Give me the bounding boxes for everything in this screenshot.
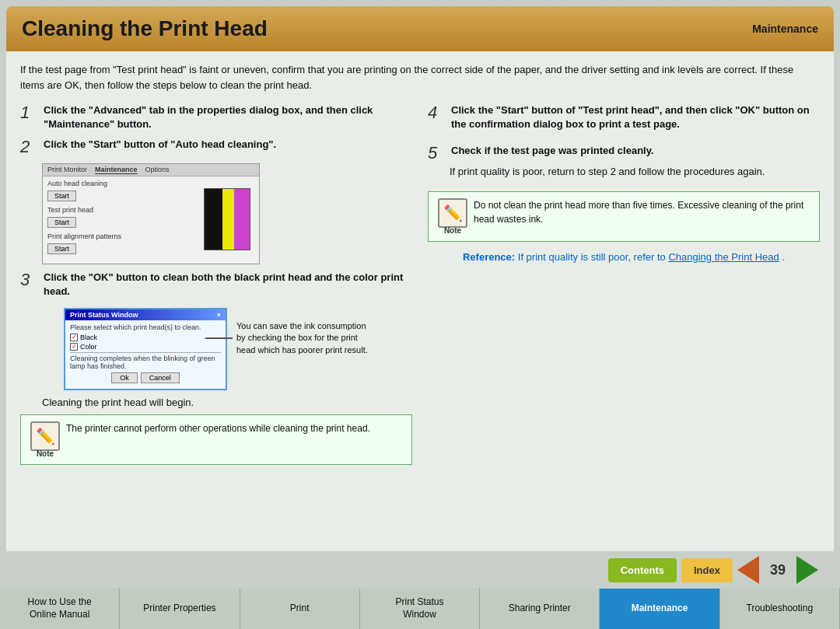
- cleaning-note-text: Cleaning the print head will begin.: [42, 397, 412, 408]
- ink-cartridge-panel: [200, 180, 254, 259]
- psw-ok-btn[interactable]: Ok: [111, 372, 138, 383]
- intro-text: If the test page from "Test print head" …: [20, 62, 820, 93]
- step-2: 2 Click the "Start" button of "Auto head…: [20, 138, 412, 156]
- print-align-start-btn[interactable]: Start: [47, 243, 76, 254]
- section-label: Maintenance: [752, 23, 818, 35]
- tab-sharing-printer[interactable]: Sharing Printer: [480, 589, 600, 629]
- auto-head-start-btn[interactable]: Start: [47, 190, 76, 201]
- main-content: If the test page from "Test print head" …: [6, 51, 834, 551]
- page-title: Cleaning the Print Head: [22, 16, 268, 41]
- tab-troubleshooting[interactable]: Troubleshooting: [720, 589, 840, 629]
- index-button[interactable]: Index: [681, 558, 733, 582]
- black-checkbox-box[interactable]: ✓: [70, 334, 78, 341]
- tab-how-to-use[interactable]: How to Use theOnline Manual: [0, 589, 120, 629]
- reference-block: Reference: If print quality is still poo…: [428, 251, 820, 263]
- step-5-text: Check if the test page was printed clean…: [451, 144, 654, 162]
- tab-maintenance: Maintenance: [95, 166, 138, 174]
- note-1-text: The printer cannot perform other operati…: [66, 421, 370, 435]
- note-2-text: Do not clean the print head more than fi…: [474, 198, 810, 226]
- tab-print-status-window[interactable]: Print StatusWindow: [360, 589, 480, 629]
- step-1-text: Click the "Advanced" tab in the properti…: [44, 103, 412, 131]
- tab-print-monitor: Print Monitor: [47, 166, 87, 174]
- tab-print[interactable]: Print: [240, 589, 360, 629]
- step-3-text: Click the "OK" button to clean both the …: [44, 271, 412, 299]
- reference-suffix: .: [782, 251, 785, 263]
- tab-printer-properties[interactable]: Printer Properties: [120, 589, 240, 629]
- step-5-header: 5 Check if the test page was printed cle…: [428, 144, 654, 162]
- step-5-subtext: If print quality is poor, return to step…: [450, 166, 765, 177]
- psw-instruction: Please select which print head(s) to cle…: [70, 323, 221, 331]
- auto-head-label: Auto head cleaning: [47, 180, 194, 187]
- note-2-label: Note: [438, 226, 467, 235]
- note-2-icon-wrapper: ✏️ Note: [438, 198, 467, 235]
- step-5-subtext-wrapper: If print quality is poor, return to step…: [450, 165, 765, 179]
- left-column: 1 Click the "Advanced" tab in the proper…: [20, 103, 412, 471]
- psw-black-checkbox[interactable]: ✓ Black: [70, 334, 221, 341]
- auto-head-cleaning-section: Auto head cleaning Start: [47, 180, 194, 201]
- step-4-text: Click the "Start" button of "Test print …: [451, 103, 820, 131]
- psw-side-note: You can save the ink consumption by chec…: [236, 320, 376, 356]
- step-5-number: 5: [428, 144, 445, 162]
- step-2-number: 2: [20, 138, 37, 156]
- step-5: 5 Check if the test page was printed cle…: [428, 144, 820, 178]
- test-print-start-btn[interactable]: Start: [47, 217, 76, 228]
- note-2-icon: ✏️: [438, 198, 467, 228]
- psw-arrow: [205, 337, 233, 339]
- test-print-label: Test print head: [47, 206, 194, 214]
- tab-options: Options: [145, 166, 170, 174]
- note-1-icon-wrapper: ✏️ Note: [30, 421, 60, 458]
- next-page-button[interactable]: [796, 556, 818, 584]
- reference-text: If print quality is still poor, refer to: [518, 251, 669, 263]
- page-number: 39: [764, 562, 792, 578]
- print-status-wrapper: Print Status Window × Please select whic…: [42, 305, 412, 393]
- reference-prefix: Reference:: [463, 251, 515, 263]
- step-2-text: Click the "Start" button of "Auto head c…: [44, 138, 276, 152]
- tab-maintenance[interactable]: Maintenance: [600, 589, 719, 629]
- psw-body: Please select which print head(s) to cle…: [65, 320, 226, 389]
- note-box-2: ✏️ Note Do not clean the print head more…: [428, 191, 820, 242]
- step-4: 4 Click the "Start" button of "Test prin…: [428, 103, 820, 131]
- psw-cancel-btn[interactable]: Cancel: [141, 372, 180, 383]
- bottom-controls: Contents Index 39: [6, 551, 834, 589]
- psw-title-bar: Print Status Window ×: [65, 309, 226, 320]
- ink-cartridge: [204, 188, 250, 250]
- psw-color-checkbox[interactable]: ✓ Color: [70, 343, 221, 351]
- color-checkbox-box[interactable]: ✓: [70, 343, 78, 351]
- print-align-label: Print alignment patterns: [47, 232, 194, 240]
- psw-close-btn[interactable]: ×: [217, 311, 221, 319]
- step-4-number: 4: [428, 103, 445, 122]
- screenshot-toolbar: Print Monitor Maintenance Options: [43, 164, 259, 176]
- right-column: 4 Click the "Start" button of "Test prin…: [428, 103, 820, 471]
- note-box-1: ✏️ Note The printer cannot perform other…: [20, 414, 412, 465]
- step-1: 1 Click the "Advanced" tab in the proper…: [20, 103, 412, 131]
- black-label: Black: [80, 334, 97, 341]
- psw-note-text: Cleaning completes when the blinking of …: [70, 352, 221, 370]
- print-align-section: Print alignment patterns Start: [47, 232, 194, 254]
- note-1-label: Note: [30, 449, 60, 458]
- print-status-window: Print Status Window × Please select whic…: [64, 308, 227, 390]
- nav-tabs: How to Use theOnline Manual Printer Prop…: [0, 589, 840, 629]
- psw-title-text: Print Status Window: [70, 311, 138, 319]
- step-3-number: 3: [20, 271, 37, 289]
- step-1-number: 1: [20, 103, 37, 122]
- contents-button[interactable]: Contents: [608, 558, 677, 582]
- test-print-section: Test print head Start: [47, 206, 194, 228]
- screenshot-left-panel: Auto head cleaning Start Test print head…: [47, 180, 194, 259]
- note-1-icon: ✏️: [30, 421, 60, 451]
- reference-link[interactable]: Changing the Print Head: [668, 251, 779, 263]
- prev-page-button[interactable]: [737, 556, 759, 584]
- psw-button-row: Ok Cancel: [70, 370, 221, 386]
- color-label: Color: [80, 343, 97, 351]
- maintenance-screenshot: Print Monitor Maintenance Options Auto h…: [42, 163, 260, 264]
- screenshot-inner: Auto head cleaning Start Test print head…: [43, 176, 259, 262]
- step-3: 3 Click the "OK" button to clean both th…: [20, 271, 412, 299]
- page-header: Cleaning the Print Head Maintenance: [6, 6, 834, 51]
